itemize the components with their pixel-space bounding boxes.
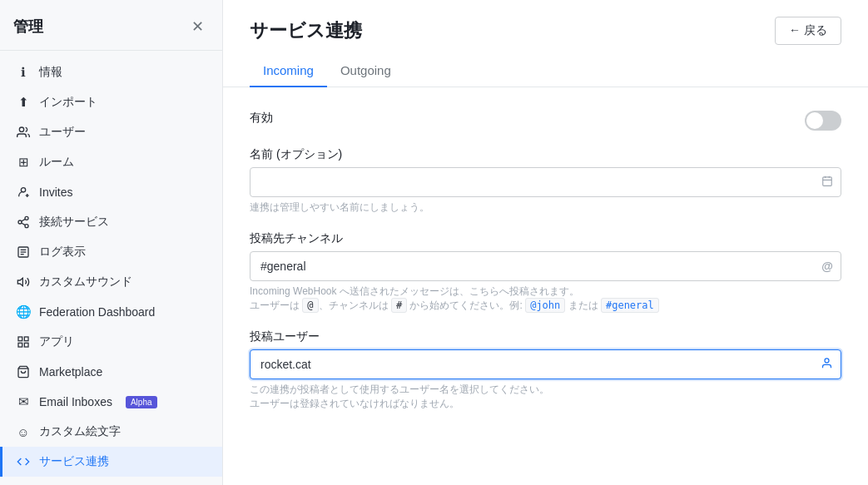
sidebar-item-label: Email Inboxes [39,395,112,408]
sidebar-item-label: ログ表示 [39,245,86,260]
svg-rect-17 [18,343,22,347]
sidebar-item-import[interactable]: ⬆ インポート [0,87,222,117]
channel-hint-text1: Incoming WebHook へ送信されたメッセージは、こちらへ投稿されます… [250,285,579,297]
user-hint-text2: ユーザーは登録されていなければなりません。 [250,398,459,409]
integrations-icon [16,454,31,469]
sidebar-item-emoji[interactable]: ☺ カスタム絵文字 [0,417,222,447]
federation-icon: 🌐 [16,304,31,319]
svg-rect-14 [18,337,22,341]
alpha-badge: Alpha [126,396,157,408]
sidebar-item-logs[interactable]: ログ表示 [0,237,222,267]
sidebar-item-label: アプリ [39,334,74,349]
svg-marker-13 [17,278,22,285]
channel-input-wrapper: @ [250,251,841,281]
user-hint: この連携が投稿者として使用するユーザー名を選択してください。 ユーザーは登録され… [250,383,841,411]
svg-rect-15 [24,337,28,341]
sidebar-item-rooms[interactable]: ⊞ ルーム [0,147,222,177]
users-icon [16,125,31,140]
emoji-icon: ☺ [16,424,31,439]
sidebar-item-email-inboxes[interactable]: ✉ Email Inboxes Alpha [0,387,222,417]
channel-group: 投稿先チャンネル @ Incoming WebHook へ送信されたメッセージは… [250,231,841,313]
sidebar-item-info[interactable]: ℹ 情報 [0,57,222,87]
sidebar-item-invites[interactable]: Invites [0,177,222,207]
sidebar-item-users[interactable]: ユーザー [0,117,222,147]
sidebar: 管理 ✕ ℹ 情報 ⬆ インポート ユーザー ⊞ ルーム [0,0,223,485]
sidebar-item-label: カスタム絵文字 [39,424,121,439]
apps-icon [16,334,31,349]
sidebar-item-federation[interactable]: 🌐 Federation Dashboard [0,297,222,327]
email-icon: ✉ [16,394,31,409]
svg-point-5 [18,220,22,224]
enabled-toggle[interactable] [805,111,841,131]
logs-icon [16,245,31,260]
tab-outgoing[interactable]: Outgoing [327,55,404,87]
info-icon: ℹ [16,65,31,80]
sidebar-item-apps[interactable]: アプリ [0,327,222,357]
svg-point-4 [25,216,28,220]
sidebar-item-connect[interactable]: 接続サービス [0,207,222,237]
svg-point-23 [825,359,829,363]
sidebar-item-label: インポート [39,95,97,110]
tab-incoming[interactable]: Incoming [250,55,327,87]
sidebar-item-oauth[interactable]: OAuthアプリ... [0,477,222,485]
user-input-wrapper [250,349,841,379]
page-title: サービス連携 [250,18,362,43]
enabled-label: 有効 [250,111,273,126]
rooms-icon: ⊞ [16,155,31,170]
sidebar-title: 管理 [13,17,43,37]
import-icon: ⬆ [16,95,31,110]
form-area: 有効 名前 (オプション) 連携は管理しやすい名前にしましょう。 投稿先チャンネ… [223,87,868,434]
user-icon [821,357,833,372]
at-icon: @ [821,260,833,273]
user-group: 投稿ユーザー この連携が投稿者として使用するユーザー名を選択してください。 ユー… [250,329,841,411]
sidebar-header: 管理 ✕ [0,0,222,51]
svg-rect-19 [823,177,832,186]
name-group: 名前 (オプション) 連携は管理しやすい名前にしましょう。 [250,147,841,215]
hash-code: # [391,298,407,313]
sidebar-item-marketplace[interactable]: Marketplace [0,357,222,387]
user-hint-text1: この連携が投稿者として使用するユーザー名を選択してください。 [250,384,549,395]
channel-hint: Incoming WebHook へ送信されたメッセージは、こちらへ投稿されます… [250,285,841,313]
john-code: @john [525,298,565,313]
sounds-icon [16,275,31,290]
sidebar-item-label: ルーム [39,155,74,170]
svg-line-8 [22,219,26,221]
name-input-wrapper [250,167,841,197]
back-button[interactable]: ← 戻る [775,17,841,45]
marketplace-icon [16,364,31,379]
user-input[interactable] [250,349,841,379]
connect-icon [16,215,31,230]
svg-point-6 [25,225,28,228]
at-code: @ [302,298,318,313]
sidebar-item-label: サービス連携 [39,454,109,469]
svg-point-0 [19,127,23,131]
sidebar-item-label: 情報 [39,65,62,80]
svg-rect-16 [24,343,28,347]
name-input[interactable] [250,167,841,197]
svg-line-7 [22,223,26,225]
sidebar-item-label: 接続サービス [39,215,109,230]
enabled-row: 有効 [250,111,841,131]
sidebar-item-label: Invites [39,186,72,199]
name-hint: 連携は管理しやすい名前にしましょう。 [250,200,841,215]
general-code: #general [601,298,659,313]
sidebar-item-label: Marketplace [39,365,102,379]
invites-icon [16,185,31,200]
sidebar-item-sounds[interactable]: カスタムサウンド [0,267,222,297]
channel-input[interactable] [250,251,841,281]
close-button[interactable]: ✕ [186,15,209,38]
name-label: 名前 (オプション) [250,147,841,162]
main-header: サービス連携 ← 戻る [223,0,868,45]
sidebar-item-label: ユーザー [39,125,86,140]
sidebar-item-label: カスタムサウンド [39,275,132,290]
sidebar-item-integrations[interactable]: サービス連携 [0,447,222,477]
channel-label: 投稿先チャンネル [250,231,841,246]
channel-hint-text2: ユーザーは @、チャンネルは # から始めてください。例: @john または … [250,298,659,313]
user-label: 投稿ユーザー [250,329,841,344]
name-field-icon [821,176,833,190]
close-icon: ✕ [191,17,204,36]
tabs-bar: Incoming Outgoing [223,55,868,87]
sidebar-item-label: Federation Dashboard [39,305,155,319]
sidebar-nav: ℹ 情報 ⬆ インポート ユーザー ⊞ ルーム Invites [0,51,222,485]
main-content: サービス連携 ← 戻る Incoming Outgoing 有効 名前 (オプシ… [223,0,868,485]
